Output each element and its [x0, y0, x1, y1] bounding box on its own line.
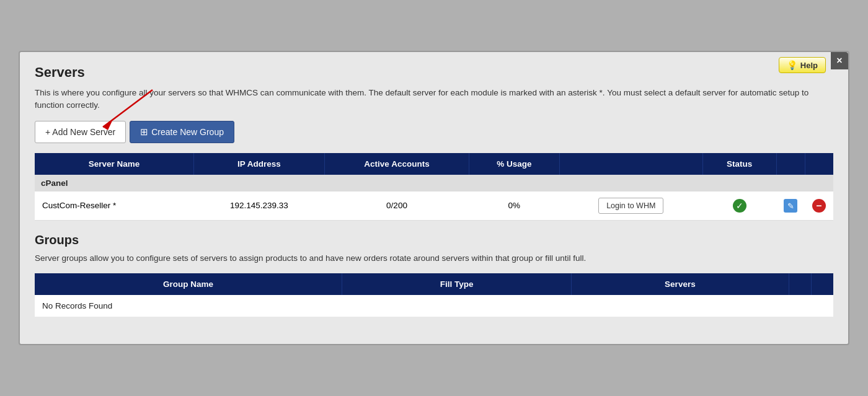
usage-cell: 0% — [469, 191, 559, 221]
modal-title: Servers — [35, 64, 833, 81]
active-accounts-cell: 0/200 — [324, 191, 469, 221]
no-records-row: No Records Found — [35, 295, 833, 317]
delete-icon[interactable] — [812, 199, 826, 213]
col-server-name: Server Name — [35, 153, 193, 175]
help-button[interactable]: 💡 Help — [779, 57, 826, 73]
login-to-whm-button[interactable]: Login to WHM — [598, 198, 663, 214]
servers-table: Server Name IP Address Active Accounts %… — [35, 153, 833, 221]
help-label: Help — [800, 61, 818, 70]
server-name-cell: CustCom-Reseller * — [35, 191, 193, 221]
groups-section-title: Groups — [35, 233, 833, 247]
col-status: Status — [702, 153, 776, 175]
col-group-name: Group Name — [35, 273, 342, 295]
login-btn-cell: Login to WHM — [559, 191, 702, 221]
status-check-icon — [733, 199, 746, 213]
no-records-cell: No Records Found — [35, 295, 833, 317]
groups-section-description: Server groups allow you to configure set… — [35, 252, 833, 265]
delete-icon-cell — [812, 199, 826, 213]
actions-bar: + Add New Server ⊞ Create New Group — [35, 121, 833, 143]
col-fill-type: Fill Type — [342, 273, 572, 295]
col-edit-header — [776, 153, 805, 175]
col-delete-header — [805, 153, 833, 175]
groups-table: Group Name Fill Type Servers No Records … — [35, 273, 833, 317]
create-group-label: Create New Group — [151, 127, 224, 137]
group-label-row: cPanel — [35, 175, 833, 191]
col-usage: % Usage — [469, 153, 559, 175]
close-button[interactable]: × — [831, 52, 848, 69]
cpanel-group-label: cPanel — [35, 175, 833, 191]
col-active-accounts: Active Accounts — [324, 153, 469, 175]
col-servers: Servers — [572, 273, 789, 295]
table-row: CustCom-Reseller * 192.145.239.33 0/200 … — [35, 191, 833, 221]
col-actions — [559, 153, 702, 175]
ip-address-cell: 192.145.239.33 — [193, 191, 324, 221]
create-new-group-button[interactable]: ⊞ Create New Group — [130, 121, 234, 143]
servers-modal: × 💡 Help Servers This is where you confi… — [19, 51, 849, 345]
col-group-delete-header — [811, 273, 833, 295]
edit-icon-cell — [784, 199, 797, 213]
add-new-server-button[interactable]: + Add New Server — [35, 121, 126, 143]
plus-square-icon: ⊞ — [140, 126, 148, 138]
col-group-edit-header — [789, 273, 811, 295]
col-ip-address: IP Address — [193, 153, 324, 175]
modal-description: This is where you configure all your ser… — [35, 87, 833, 112]
edit-icon[interactable] — [784, 199, 797, 213]
edit-cell — [776, 191, 805, 221]
delete-cell — [805, 191, 833, 221]
lightbulb-icon: 💡 — [787, 60, 797, 70]
status-icon-cell — [710, 199, 769, 213]
status-cell — [702, 191, 776, 221]
